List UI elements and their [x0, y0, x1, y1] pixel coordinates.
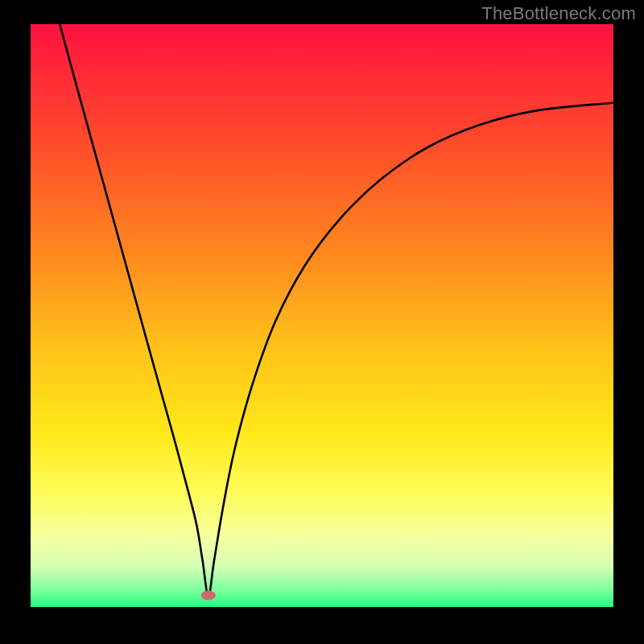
plot-area	[31, 24, 613, 607]
chart-svg	[31, 24, 613, 607]
minimum-marker	[201, 591, 216, 601]
watermark-text: TheBottleneck.com	[481, 3, 636, 24]
chart-container: TheBottleneck.com	[0, 0, 644, 644]
